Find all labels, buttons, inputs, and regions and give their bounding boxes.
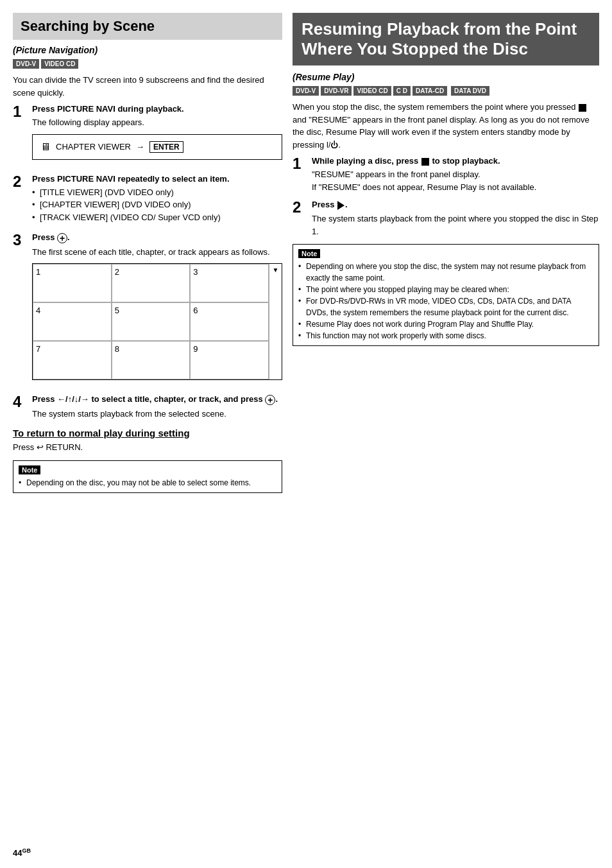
scene-cell-6: 6: [190, 302, 269, 341]
badge-right-data-dvd: DATA DVD: [451, 86, 489, 96]
left-step-4: 4 Press ←/↑/↓/→ to select a title, chapt…: [13, 394, 282, 420]
right-step-2-content: Press . The system starts playback from …: [312, 200, 599, 238]
step-2-bullets: [TITLE VIEWER] (DVD VIDEO only) [CHAPTER…: [32, 186, 282, 224]
right-step-number-1: 1: [293, 156, 307, 171]
right-step-1: 1 While playing a disc, press to stop pl…: [293, 156, 599, 193]
step-2-title: Press PICTURE NAVI repeatedly to select …: [32, 174, 282, 184]
step-3-title: Press +.: [32, 232, 282, 243]
right-note-item-4: Resume Play does not work during Program…: [298, 318, 593, 330]
scene-cell-2: 2: [112, 264, 191, 302]
right-step-2-body: The system starts playback from the poin…: [312, 213, 599, 238]
badge-right-cd: C D: [393, 86, 411, 96]
step-4-title: Press ←/↑/↓/→ to select a title, chapter…: [32, 394, 282, 405]
circle-plus-icon: +: [57, 233, 67, 243]
right-step-1-title: While playing a disc, press to stop play…: [312, 156, 599, 166]
subsection-title: To return to normal play during setting: [13, 428, 282, 438]
left-step-3: 3 Press +. The first scene of each title…: [13, 232, 282, 388]
bullet-track-viewer: [TRACK VIEWER] (VIDEO CD/ Super VCD only…: [32, 211, 282, 224]
badge-video-cd: VIDEO CD: [41, 59, 78, 69]
step-3-content: Press +. The first scene of each title, …: [32, 232, 282, 388]
right-note-item-1: Depending on where you stop the disc, th…: [298, 261, 593, 284]
right-note-item-5: This function may not work properly with…: [298, 330, 593, 342]
stop-button-icon: [579, 104, 586, 112]
left-note-list: Depending on the disc, you may not be ab…: [19, 477, 276, 489]
scene-cell-3: 3: [190, 264, 269, 302]
badge-right-data-cd: DATA-CD: [412, 86, 447, 96]
arrow-right-icon: →: [136, 142, 144, 152]
left-subtitle: (Picture Navigation): [13, 45, 282, 55]
bullet-title-viewer: [TITLE VIEWER] (DVD VIDEO only): [32, 186, 282, 199]
step-1-content: Press PICTURE NAVI during playback. The …: [32, 104, 282, 168]
right-step-1-content: While playing a disc, press to stop play…: [312, 156, 599, 193]
step-2-content: Press PICTURE NAVI repeatedly to select …: [32, 174, 282, 227]
left-column: Searching by Scene (Picture Navigation) …: [13, 13, 282, 855]
stop-icon-inline: [421, 158, 429, 166]
step-number-4: 4: [13, 394, 27, 410]
right-step-number-2: 2: [293, 200, 307, 215]
scene-cell-9: 9: [190, 341, 269, 379]
badge-dvd-v: DVD-V: [13, 59, 39, 69]
right-section-title: Resuming Playback from the Point Where Y…: [302, 19, 590, 59]
step-1-title: Press PICTURE NAVI during playback.: [32, 104, 282, 114]
scroll-indicator: ▼: [269, 264, 282, 379]
right-note-list: Depending on where you stop the disc, th…: [298, 261, 593, 342]
step-4-content: Press ←/↑/↓/→ to select a title, chapter…: [32, 394, 282, 420]
right-subtitle: (Resume Play): [293, 72, 599, 82]
power-button-icon: I/⏻: [327, 139, 339, 151]
right-step-1-body2: If "RESUME" does not appear, Resume Play…: [312, 181, 599, 194]
page-number: 44GB: [13, 847, 31, 858]
page-suffix: GB: [22, 847, 31, 854]
right-step-2-title: Press .: [312, 200, 599, 210]
left-step-1: 1 Press PICTURE NAVI during playback. Th…: [13, 104, 282, 168]
scene-cell-8: 8: [112, 341, 191, 379]
step-number-3: 3: [13, 232, 27, 248]
right-column: Resuming Playback from the Point Where Y…: [293, 13, 599, 855]
right-intro: When you stop the disc, the system remem…: [293, 101, 599, 151]
step-4-body: The system starts playback from the sele…: [32, 408, 282, 421]
scene-cell-1: 1: [33, 264, 112, 302]
monitor-icon: 🖥: [40, 141, 51, 153]
right-note-item-3: For DVD-Rs/DVD-RWs in VR mode, VIDEO CDs…: [298, 295, 593, 318]
scene-grid: 1 2 3 4 5 6 7 8 9 ▼: [32, 263, 282, 380]
step-number-2: 2: [13, 174, 27, 189]
circle-plus-icon-2: +: [265, 395, 275, 405]
chapter-viewer-label: CHAPTER VIEWER: [56, 142, 131, 152]
return-icon: ↩: [37, 442, 44, 452]
left-note-item-1: Depending on the disc, you may not be ab…: [19, 477, 276, 489]
subsection-body: Press ↩ RETURN.: [13, 441, 282, 454]
page-num-text: 44: [13, 848, 22, 858]
scene-cell-7: 7: [33, 341, 112, 379]
left-section-title-box: Searching by Scene: [13, 13, 282, 40]
left-note-label: Note: [19, 465, 40, 474]
right-note-label: Note: [298, 249, 320, 258]
right-step-2: 2 Press . The system starts playback fro…: [293, 200, 599, 238]
left-section-title: Searching by Scene: [21, 18, 275, 35]
badge-right-dvd-vr: DVD-VR: [321, 86, 352, 96]
left-step-2: 2 Press PICTURE NAVI repeatedly to selec…: [13, 174, 282, 227]
right-note-box: Note Depending on where you stop the dis…: [293, 244, 599, 346]
step-1-body: The following display appears.: [32, 116, 282, 129]
step-number-1: 1: [13, 104, 27, 119]
right-step-1-body1: "RESUME" appears in the front panel disp…: [312, 168, 599, 181]
right-badges: DVD-V DVD-VR VIDEO CD C D DATA-CD DATA D…: [293, 86, 599, 96]
left-note-box: Note Depending on the disc, you may not …: [13, 460, 282, 493]
step-3-body: The first scene of each title, chapter, …: [32, 246, 282, 259]
chapter-viewer-box: 🖥 CHAPTER VIEWER → ENTER: [32, 134, 282, 160]
scene-cell-4: 4: [33, 302, 112, 341]
left-badges: DVD-V VIDEO CD: [13, 59, 282, 69]
play-button-icon: [337, 201, 344, 210]
enter-badge: ENTER: [149, 141, 183, 153]
bullet-chapter-viewer: [CHAPTER VIEWER] (DVD VIDEO only): [32, 198, 282, 211]
right-note-item-2: The point where you stopped playing may …: [298, 284, 593, 295]
right-section-title-box: Resuming Playback from the Point Where Y…: [293, 13, 599, 65]
badge-right-dvd-v: DVD-V: [293, 86, 319, 96]
left-intro: You can divide the TV screen into 9 subs…: [13, 74, 282, 99]
badge-right-video-cd: VIDEO CD: [353, 86, 391, 96]
scene-cell-5: 5: [112, 302, 191, 341]
